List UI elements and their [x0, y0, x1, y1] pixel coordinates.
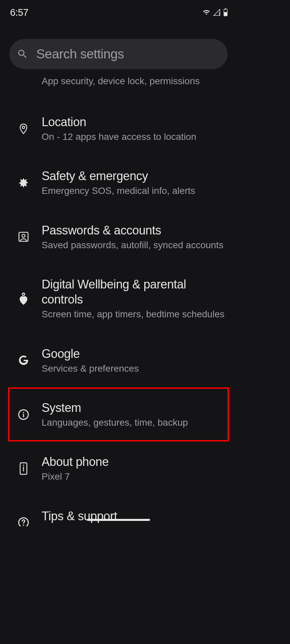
location-icon [16, 122, 31, 136]
svg-point-4 [22, 126, 25, 128]
settings-title: Digital Wellbeing & parental controls [42, 277, 228, 307]
settings-item-passwords[interactable]: Passwords & accounts Saved passwords, au… [0, 210, 237, 264]
settings-item-safety[interactable]: Safety & emergency Emergency SOS, medica… [0, 156, 237, 210]
svg-point-7 [22, 293, 25, 296]
wellbeing-icon [16, 292, 31, 305]
search-placeholder: Search settings [36, 47, 124, 61]
settings-item-tips[interactable]: Tips & support Help articles, phone & ch… [0, 496, 237, 526]
phone-info-icon [16, 462, 31, 475]
settings-item-system[interactable]: System Languages, gestures, time, backup [8, 387, 229, 441]
settings-title: Location [42, 114, 228, 129]
signal-icon: ! [213, 9, 221, 16]
settings-list: App security, device lock, permissions L… [0, 69, 237, 526]
wifi-icon [202, 9, 211, 16]
status-bar: 6:57 ! [0, 0, 237, 20]
account-box-icon [16, 231, 31, 243]
status-icons: ! [202, 8, 228, 16]
settings-subtitle: Saved passwords, autofill, synced accoun… [42, 239, 228, 251]
status-time: 6:57 [10, 7, 28, 18]
settings-subtitle: Emergency SOS, medical info, alerts [42, 185, 228, 197]
battery-icon [223, 8, 228, 16]
svg-rect-3 [224, 12, 227, 16]
help-icon [16, 517, 31, 526]
settings-subtitle: App security, device lock, permissions [42, 75, 237, 87]
settings-subtitle: Screen time, app timers, bedtime schedul… [42, 308, 228, 320]
settings-title: Tips & support [42, 508, 228, 524]
navigation-handle[interactable] [87, 519, 150, 521]
svg-text:!: ! [219, 12, 220, 16]
settings-item-google[interactable]: Google Services & preferences [0, 333, 237, 387]
settings-subtitle: Help articles, phone & chat [42, 525, 228, 526]
search-bar[interactable]: Search settings [9, 39, 228, 69]
info-icon [16, 409, 31, 421]
settings-item-security-partial[interactable]: App security, device lock, permissions [0, 75, 237, 87]
settings-subtitle: Services & preferences [42, 363, 228, 375]
settings-item-location[interactable]: Location On - 12 apps have access to loc… [0, 102, 237, 156]
settings-title: System [42, 400, 228, 415]
settings-subtitle: On - 12 apps have access to location [42, 131, 228, 143]
google-icon [16, 354, 31, 366]
settings-subtitle: Languages, gestures, time, backup [42, 417, 228, 429]
search-icon [17, 48, 28, 60]
settings-item-about[interactable]: About phone Pixel 7 [0, 441, 237, 495]
settings-title: Passwords & accounts [42, 223, 228, 238]
svg-point-6 [22, 234, 25, 237]
settings-title: Google [42, 346, 228, 361]
settings-title: Safety & emergency [42, 168, 228, 183]
settings-item-wellbeing[interactable]: Digital Wellbeing & parental controls Sc… [0, 264, 237, 333]
settings-title: About phone [42, 454, 228, 469]
svg-rect-5 [19, 232, 28, 241]
medical-icon [16, 177, 31, 189]
settings-subtitle: Pixel 7 [42, 471, 228, 483]
